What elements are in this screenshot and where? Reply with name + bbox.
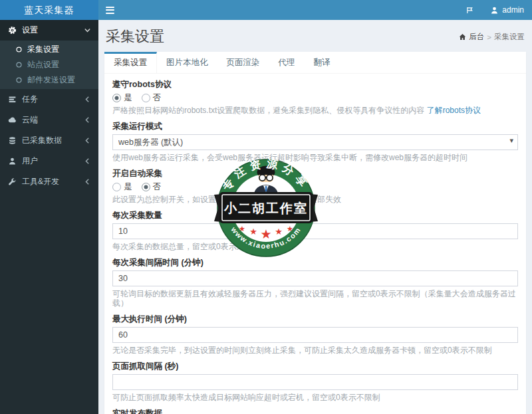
max-exec-time-help: 无论是否采集完毕，到达设置的时间则立刻终止采集，可防止采集太久造成服务器卡顿，留… [112, 346, 518, 355]
chevron-left-icon [83, 177, 92, 186]
wrench-icon [8, 177, 17, 186]
sidebar-submenu: 采集设置站点设置邮件发送设置 [0, 41, 98, 89]
tab-translate[interactable]: 翻译 [305, 52, 340, 73]
sidebar-item-collected-data[interactable]: 已采集数据 [0, 130, 98, 151]
robots-protocol-radio-input-no[interactable] [142, 94, 150, 102]
sidebar-item-users[interactable]: 用户 [0, 151, 98, 171]
field-label-realtime-publish: 实时发布数据 [112, 409, 518, 414]
run-mode-select[interactable]: web服务器 (默认) [112, 134, 518, 150]
sidebar-subitem-label: 站点设置 [27, 59, 59, 70]
sidebar-subitem-label: 邮件发送设置 [27, 74, 75, 86]
chevron-down-icon [83, 26, 92, 35]
run-mode-select-wrap: web服务器 (默认) [112, 134, 518, 150]
help-text: 可防止页面抓取频率太快造成目标网站响应超时或宕机，留空或0表示不限制 [112, 393, 380, 402]
tasks-icon [8, 95, 17, 104]
sidebar-subitem-site-settings[interactable]: 站点设置 [0, 57, 98, 72]
field-label-collect-count: 每次采集数量 [112, 211, 518, 221]
chevron-left-icon [83, 136, 92, 145]
circle-icon [15, 61, 23, 68]
app-logo[interactable]: 蓝天采集器 [0, 0, 98, 20]
settings-form: 遵守robots协议是否严格按照目标网站的robots.txt设置爬取数据，避免… [104, 74, 526, 414]
radio-option-label: 是 [124, 181, 132, 193]
max-exec-time-input[interactable] [112, 327, 518, 343]
tab-page-render[interactable]: 页面渲染 [217, 52, 269, 73]
settings-box: 采集设置图片本地化页面渲染代理翻译 遵守robots协议是否严格按照目标网站的r… [104, 52, 526, 414]
sidebar-toggle-button[interactable] [98, 0, 121, 20]
user-icon [490, 6, 499, 15]
sidebar-item-tools-dev[interactable]: 工具&开发 [0, 171, 98, 192]
sidebar-item-label: 用户 [22, 155, 38, 167]
collect-count-help: 每次采集的数据总量，留空或0表示采完为止 [112, 242, 518, 251]
field-collect-interval: 每次采集间隔时间 (分钟)可轮询目标的数据更新且有效减轻服务器压力，强烈建议设置… [112, 258, 518, 308]
auto-collect-radio-input-no[interactable] [142, 183, 150, 191]
help-text: 此设置为总控制开关，如设置“否”则任务中的自动采集将全部失效 [112, 195, 341, 204]
sidebar-item-label: 任务 [22, 94, 38, 105]
circle-icon [15, 76, 23, 84]
robots-protocol-radio-yes[interactable]: 是 [112, 92, 132, 104]
field-label-run-mode: 采集运行模式 [112, 122, 518, 132]
collect-interval-help: 可轮询目标的数据更新且有效减轻服务器压力，强烈建议设置间隔，留空或0表示不限制（… [112, 289, 518, 308]
flag-button[interactable] [458, 0, 482, 20]
help-text: 使用web服务器运行采集，会受web服务器运行超时影响导致采集中断，需修改web… [112, 153, 467, 162]
robots-protocol-radio-group: 是否 [112, 92, 518, 103]
username: admin [502, 5, 524, 15]
robots-protocol-radio-no[interactable]: 否 [142, 92, 162, 104]
chevron-left-icon [83, 157, 92, 165]
top-navbar: admin [98, 0, 532, 20]
sidebar-item-cloud[interactable]: 云端 [0, 110, 98, 130]
auto-collect-help: 此设置为总控制开关，如设置“否”则任务中的自动采集将全部失效 [112, 195, 518, 204]
breadcrumb-home-link[interactable]: 后台 [458, 32, 484, 42]
circle-icon [15, 46, 23, 53]
tab-proxy[interactable]: 代理 [269, 52, 305, 73]
user-menu[interactable]: admin [482, 0, 532, 20]
radio-option-label: 否 [153, 181, 162, 193]
breadcrumb: 后台 > 采集设置 [458, 32, 525, 42]
field-label-fetch-interval: 页面抓取间隔 (秒) [112, 362, 518, 371]
sidebar-item-tasks[interactable]: 任务 [0, 89, 98, 110]
sidebar-item-settings[interactable]: 设置 [0, 20, 98, 41]
cloud-icon [8, 116, 17, 124]
field-max-exec-time: 最大执行时间 (分钟)无论是否采集完毕，到达设置的时间则立刻终止采集，可防止采集… [112, 314, 518, 355]
auto-collect-radio-no[interactable]: 否 [142, 181, 162, 193]
field-collect-count: 每次采集数量每次采集的数据总量，留空或0表示采完为止 [112, 211, 518, 251]
run-mode-help: 使用web服务器运行采集，会受web服务器运行超时影响导致采集中断，需修改web… [112, 153, 518, 162]
robots-protocol-help: 严格按照目标网站的robots.txt设置爬取数据，避免采集到隐私、侵权等具有争… [112, 106, 518, 115]
main-content: 采集设置 后台 > 采集设置 采集设置图片本地化页面渲染代理翻译 遵守robot… [98, 20, 532, 414]
sidebar: 设置采集设置站点设置邮件发送设置任务云端已采集数据用户工具&开发 [0, 20, 98, 414]
help-text: 每次采集的数据总量，留空或0表示采完为止 [112, 242, 269, 251]
field-auto-collect: 开启自动采集是否此设置为总控制开关，如设置“否”则任务中的自动采集将全部失效 [112, 169, 518, 204]
auto-collect-radio-input-yes[interactable] [112, 183, 121, 191]
collect-interval-input[interactable] [112, 270, 518, 286]
robots-protocol-learn-link[interactable]: 了解robots协议 [427, 106, 481, 115]
radio-option-label: 否 [153, 92, 162, 104]
help-text: 可轮询目标的数据更新且有效减轻服务器压力，强烈建议设置间隔，留空或0表示不限制（… [112, 289, 516, 308]
field-run-mode: 采集运行模式web服务器 (默认)使用web服务器运行采集，会受web服务器运行… [112, 122, 518, 162]
flag-icon [466, 6, 474, 15]
breadcrumb-home-label: 后台 [469, 32, 484, 42]
field-label-robots-protocol: 遵守robots协议 [112, 80, 518, 90]
home-icon [458, 33, 467, 41]
chevron-left-icon [83, 116, 92, 124]
fetch-interval-help: 可防止页面抓取频率太快造成目标网站响应超时或宕机，留空或0表示不限制 [112, 393, 518, 402]
tab-collect-settings[interactable]: 采集设置 [104, 52, 157, 73]
field-realtime-publish: 实时发布数据是否采集一条发布一条数据，否则等采集完后再集中发布 [112, 409, 518, 414]
radio-option-label: 是 [124, 92, 132, 104]
field-label-collect-interval: 每次采集间隔时间 (分钟) [112, 258, 518, 268]
gear-icon [8, 26, 17, 35]
sidebar-item-label: 工具&开发 [22, 176, 59, 187]
sidebar-subitem-label: 采集设置 [27, 44, 59, 55]
help-text: 严格按照目标网站的robots.txt设置爬取数据，避免采集到隐私、侵权等具有争… [112, 106, 424, 115]
help-text: 无论是否采集完毕，到达设置的时间则立刻终止采集，可防止采集太久造成服务器卡顿，留… [112, 346, 492, 355]
user-icon [8, 157, 17, 165]
tab-image-localize[interactable]: 图片本地化 [157, 52, 217, 73]
sidebar-subitem-collect-settings[interactable]: 采集设置 [0, 42, 98, 57]
sidebar-item-label: 已采集数据 [22, 135, 62, 146]
auto-collect-radio-yes[interactable]: 是 [112, 181, 132, 193]
collect-count-input[interactable] [112, 223, 518, 239]
breadcrumb-separator: > [487, 33, 491, 41]
field-label-auto-collect: 开启自动采集 [112, 169, 518, 179]
sidebar-subitem-mail-settings[interactable]: 邮件发送设置 [0, 72, 98, 88]
field-robots-protocol: 遵守robots协议是否严格按照目标网站的robots.txt设置爬取数据，避免… [112, 80, 518, 115]
robots-protocol-radio-input-yes[interactable] [112, 94, 121, 102]
fetch-interval-input[interactable] [112, 374, 518, 390]
